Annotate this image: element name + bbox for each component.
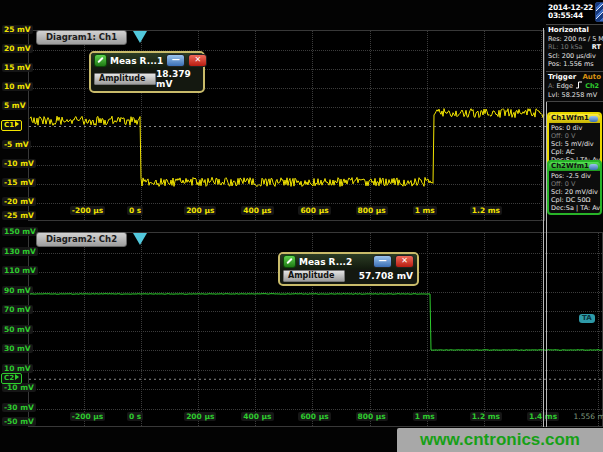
measurement-icon (94, 54, 107, 67)
horizontal-panel-title: Horizontal (548, 26, 601, 35)
channel-marker-arrow-icon (15, 374, 19, 380)
channel1-marker-label: C1 (4, 121, 14, 129)
trigger-position-marker-diagram1[interactable] (133, 31, 147, 43)
measurement-icon (283, 255, 296, 268)
minimize-oval-icon[interactable] (589, 116, 598, 122)
measurement-1-titlebar[interactable]: Meas R...1 — ✕ (91, 53, 203, 68)
ch2-waveform-info-box[interactable]: Ch2Wfm1 Pos: -2.5 divOff: 0 VScl: 20 mV/… (547, 160, 602, 215)
measurement-1-title: Meas R...1 (110, 56, 163, 66)
channel1-offset-marker[interactable]: C1 (1, 120, 22, 131)
trigger-type: Edge (557, 82, 573, 90)
status-sidebar: 2014-12-22 03:55:44 Horizontal Res: 200 … (546, 0, 603, 102)
horizontal-resolution: Res: 200 ns / 5 MSa/s (548, 35, 601, 44)
realtime-badge: RT (592, 43, 601, 52)
trigger-event-prefix: A: (548, 82, 555, 90)
measurement-1-body: Amplitude 18.379 mV (91, 68, 203, 91)
wfm-setting-line: Scl: 5 mV/div (551, 140, 598, 148)
trace-arithmetic-badge: TA (579, 314, 595, 323)
wfm-setting-line: Pos: -2.5 div (551, 172, 598, 180)
channel-marker-arrow-icon (15, 121, 19, 127)
close-button[interactable]: ✕ (188, 54, 207, 67)
measurement-2-value: 57.708 mV (359, 271, 413, 281)
measurement-1-value: 18.379 mV (156, 69, 199, 89)
wfm-setting-line: Scl: 20 mV/div (551, 188, 598, 196)
horizontal-position: Pos: 1.556 ms (548, 60, 601, 69)
ch1-waveform-title: Ch1Wfm1 (551, 114, 589, 123)
waveform-trace (30, 109, 544, 187)
watermark-text: www.cntronics.com (420, 430, 580, 450)
channel2-marker-label: C2 (4, 374, 14, 382)
rising-edge-icon (575, 81, 583, 89)
time-label: 03:55:44 (548, 12, 593, 21)
minimize-button[interactable]: — (166, 54, 185, 67)
tab-diagram1[interactable]: Diagram1: Ch1 (36, 30, 127, 45)
wfm-setting-line: Pos: 0 div (551, 124, 598, 132)
channel2-offset-marker[interactable]: C2 (1, 373, 22, 384)
ch1-waveform-info-box[interactable]: Ch1Wfm1 Pos: 0 divOff: 0 VScl: 5 mV/divC… (547, 112, 602, 167)
measurement-2-type: Amplitude (283, 270, 345, 282)
tab-diagram2[interactable]: Diagram2: Ch2 (36, 232, 127, 247)
horizontal-record-length: RL: 10 kSa (548, 43, 583, 52)
y-axis-tick-label: -5 mV (2, 140, 31, 149)
close-button[interactable]: ✕ (395, 255, 414, 268)
measurement-2-title: Meas R...2 (299, 257, 370, 267)
measurement-1-type: Amplitude (94, 73, 156, 85)
ch2-waveform-settings: Pos: -2.5 divOff: 0 VScl: 20 mV/divCpl: … (549, 171, 600, 213)
ch2-waveform-title: Ch2Wfm1 (551, 162, 589, 171)
ch1-waveform-settings: Pos: 0 divOff: 0 VScl: 5 mV/divCpl: ACDe… (549, 123, 600, 165)
measurement-result-box-1[interactable]: Meas R...1 — ✕ Amplitude 18.379 mV (89, 51, 205, 93)
wfm-setting-line: Cpl: AC (551, 148, 598, 156)
rohde-schwarz-logo (595, 2, 603, 22)
measurement-2-titlebar[interactable]: Meas R...2 — ✕ (280, 254, 417, 269)
trigger-settings-panel[interactable]: Trigger Auto A: Edge Ch2 Lvl: 58.258 mV (546, 72, 603, 103)
waveform-trace (30, 294, 602, 351)
trigger-level: Lvl: 58.258 mV (548, 91, 601, 100)
watermark-banner: www.cntronics.com (397, 428, 603, 452)
horizontal-settings-panel[interactable]: Horizontal Res: 200 ns / 5 MSa/s RL: 10 … (546, 25, 603, 72)
measurement-result-box-2[interactable]: Meas R...2 — ✕ Amplitude 57.708 mV (278, 252, 419, 286)
wfm-setting-line: Off: 0 V (551, 180, 598, 188)
measurement-2-body: Amplitude 57.708 mV (280, 269, 417, 284)
minimize-oval-icon[interactable] (589, 164, 598, 170)
horizontal-scale: Scl: 200 µs/div (548, 52, 601, 61)
minimize-button[interactable]: — (373, 255, 392, 268)
wfm-setting-line: Dec:Sa | TA: Av (551, 204, 598, 212)
datetime-display: 2014-12-22 03:55:44 (546, 0, 603, 25)
trigger-source: Ch2 (585, 82, 599, 90)
y-axis-tick-label: 5 mV (2, 101, 27, 110)
trigger-panel-title: Trigger (548, 73, 576, 82)
grid-right-divider (543, 28, 544, 427)
oscilloscope-screen: Diagram1: Ch1 Diagram2: Ch2 C1 C2 TA Mea… (0, 0, 603, 452)
trigger-position-marker-diagram2[interactable] (133, 233, 147, 245)
wfm-setting-line: Cpl: DC 50Ω (551, 196, 598, 204)
wfm-setting-line: Off: 0 V (551, 132, 598, 140)
trigger-mode-badge: Auto (582, 73, 601, 82)
